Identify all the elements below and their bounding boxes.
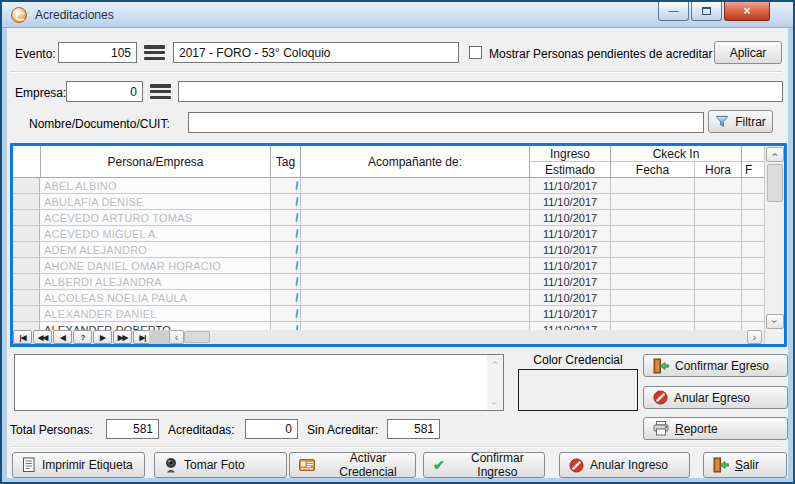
row-selector-cell[interactable] xyxy=(13,226,40,241)
notes-scrollbar[interactable]: › › xyxy=(487,355,503,410)
ingreso-estimado-cell[interactable]: 11/10/2017 xyxy=(529,274,610,289)
ingreso-estimado-cell[interactable]: 11/10/2017 xyxy=(529,242,610,257)
evento-name-field[interactable] xyxy=(173,42,459,63)
table-row[interactable]: ALEXANDER DANIEL11/10/2017 xyxy=(13,306,764,322)
checkin-fecha-cell[interactable] xyxy=(610,290,694,305)
next-column-cell[interactable] xyxy=(741,226,764,241)
aplicar-button[interactable]: Aplicar xyxy=(714,41,782,64)
vertical-scroll-thumb[interactable] xyxy=(767,164,783,202)
ingreso-estimado-cell[interactable]: 11/10/2017 xyxy=(529,194,610,209)
acompanante-cell[interactable] xyxy=(300,194,529,209)
grid-vertical-scrollbar[interactable]: › › xyxy=(764,146,784,344)
row-selector-cell[interactable] xyxy=(13,258,40,273)
next-column-cell[interactable] xyxy=(741,210,764,225)
nav-fast-forward-button[interactable]: ▶▶ xyxy=(113,330,132,344)
notes-scroll-down-icon[interactable]: › xyxy=(487,396,503,410)
nav-fast-rewind-button[interactable]: ◀◀ xyxy=(33,330,52,344)
tag-cell[interactable] xyxy=(270,242,300,257)
checkin-hora-cell[interactable] xyxy=(694,322,741,330)
ingreso-estimado-cell[interactable]: 11/10/2017 xyxy=(529,258,610,273)
horizontal-scroll-thumb[interactable] xyxy=(184,331,210,343)
checkin-hora-cell[interactable] xyxy=(694,258,741,273)
tag-cell[interactable] xyxy=(270,178,300,193)
grid-horizontal-scrollbar[interactable]: ‹ › xyxy=(149,330,762,344)
checkin-hora-cell[interactable] xyxy=(694,226,741,241)
checkin-hora-cell[interactable] xyxy=(694,274,741,289)
tag-cell[interactable] xyxy=(270,290,300,305)
acompanante-cell[interactable] xyxy=(300,210,529,225)
table-row[interactable]: AHONE DANIEL OMAR HORACIO11/10/2017 xyxy=(13,258,764,274)
empresa-name-field[interactable] xyxy=(178,81,783,102)
table-row[interactable]: ADEM ALEJANDRO11/10/2017 xyxy=(13,242,764,258)
tag-cell[interactable] xyxy=(270,306,300,321)
scroll-right-button[interactable]: › xyxy=(747,330,762,344)
tag-cell[interactable] xyxy=(270,258,300,273)
row-selector-cell[interactable] xyxy=(13,242,40,257)
row-selector-cell[interactable] xyxy=(13,194,40,209)
checkin-fecha-cell[interactable] xyxy=(610,306,694,321)
checkin-fecha-cell[interactable] xyxy=(610,258,694,273)
table-row[interactable]: ALBERDI ALEJANDRA11/10/2017 xyxy=(13,274,764,290)
acompanante-cell[interactable] xyxy=(300,178,529,193)
checkin-hora-cell[interactable] xyxy=(694,194,741,209)
acompanante-cell[interactable] xyxy=(300,322,529,330)
persona-cell[interactable]: ALBERDI ALEJANDRA xyxy=(41,274,270,289)
persona-cell[interactable]: AHONE DANIEL OMAR HORACIO xyxy=(41,258,270,273)
horizontal-scroll-page-area[interactable] xyxy=(149,330,169,344)
row-selector-cell[interactable] xyxy=(13,274,40,289)
next-column-cell[interactable] xyxy=(741,274,764,289)
persona-cell[interactable]: ABULAFIA DENISE xyxy=(41,194,270,209)
table-row[interactable]: ALEXANDER ROBERTO11/10/2017 xyxy=(13,322,764,330)
acompanante-cell[interactable] xyxy=(300,290,529,305)
nav-help-button[interactable]: ? xyxy=(73,330,92,344)
table-row[interactable]: ABULAFIA DENISE11/10/2017 xyxy=(13,194,764,210)
checkin-fecha-cell[interactable] xyxy=(610,194,694,209)
row-selector-cell[interactable] xyxy=(13,322,40,330)
title-bar[interactable]: Acreditaciones — × xyxy=(2,2,793,28)
scroll-up-button[interactable]: › xyxy=(766,147,784,162)
scroll-left-button[interactable]: ‹ xyxy=(169,330,184,344)
checkin-fecha-cell[interactable] xyxy=(610,242,694,257)
tag-cell[interactable] xyxy=(270,210,300,225)
checkin-hora-cell[interactable] xyxy=(694,210,741,225)
evento-code-input[interactable] xyxy=(58,42,137,63)
nav-next-button[interactable]: ▶ xyxy=(93,330,112,344)
nav-prev-button[interactable]: ◀ xyxy=(53,330,72,344)
table-row[interactable]: ACEVEDO ARTURO TOMAS11/10/2017 xyxy=(13,210,764,226)
ingreso-estimado-cell[interactable]: 11/10/2017 xyxy=(529,210,610,225)
confirmar-ingreso-button[interactable]: ✔ Confirmar Ingreso xyxy=(423,452,545,478)
persona-cell[interactable]: ACEVEDO ARTURO TOMAS xyxy=(41,210,270,225)
minimize-button[interactable]: — xyxy=(658,2,689,21)
checkin-hora-cell[interactable] xyxy=(694,178,741,193)
acompanante-cell[interactable] xyxy=(300,242,529,257)
pending-checkbox[interactable] xyxy=(469,46,482,59)
nav-first-button[interactable]: |◀ xyxy=(13,330,32,344)
ingreso-estimado-cell[interactable]: 11/10/2017 xyxy=(529,178,610,193)
next-column-cell[interactable] xyxy=(741,178,764,193)
maximize-button[interactable] xyxy=(691,2,722,21)
filtrar-button[interactable]: Filtrar xyxy=(708,110,773,133)
checkin-fecha-cell[interactable] xyxy=(610,274,694,289)
persona-cell[interactable]: ALEXANDER ROBERTO xyxy=(41,322,270,330)
tag-cell[interactable] xyxy=(270,322,300,330)
next-column-cell[interactable] xyxy=(741,306,764,321)
row-selector-cell[interactable] xyxy=(13,290,40,305)
anular-egreso-button[interactable]: Anular Egreso xyxy=(643,386,788,409)
checkin-fecha-cell[interactable] xyxy=(610,226,694,241)
checkin-fecha-cell[interactable] xyxy=(610,178,694,193)
ingreso-estimado-cell[interactable]: 11/10/2017 xyxy=(529,322,610,330)
tomar-foto-button[interactable]: Tomar Foto xyxy=(154,452,287,478)
activar-credencial-button[interactable]: Activar Credencial xyxy=(289,452,416,478)
table-row[interactable]: ALCOLEAS NOELIA PAULA11/10/2017 xyxy=(13,290,764,306)
checkin-fecha-cell[interactable] xyxy=(610,322,694,330)
anular-ingreso-button[interactable]: Anular Ingreso xyxy=(559,452,690,478)
salir-button[interactable]: Salir xyxy=(703,452,787,478)
next-column-cell[interactable] xyxy=(741,322,764,330)
acompanante-cell[interactable] xyxy=(300,226,529,241)
next-column-cell[interactable] xyxy=(741,194,764,209)
table-row[interactable]: ACEVEDO MIGUEL A.11/10/2017 xyxy=(13,226,764,242)
acompanante-cell[interactable] xyxy=(300,306,529,321)
next-column-cell[interactable] xyxy=(741,242,764,257)
evento-lookup-button[interactable] xyxy=(144,45,165,60)
row-selector-cell[interactable] xyxy=(13,210,40,225)
